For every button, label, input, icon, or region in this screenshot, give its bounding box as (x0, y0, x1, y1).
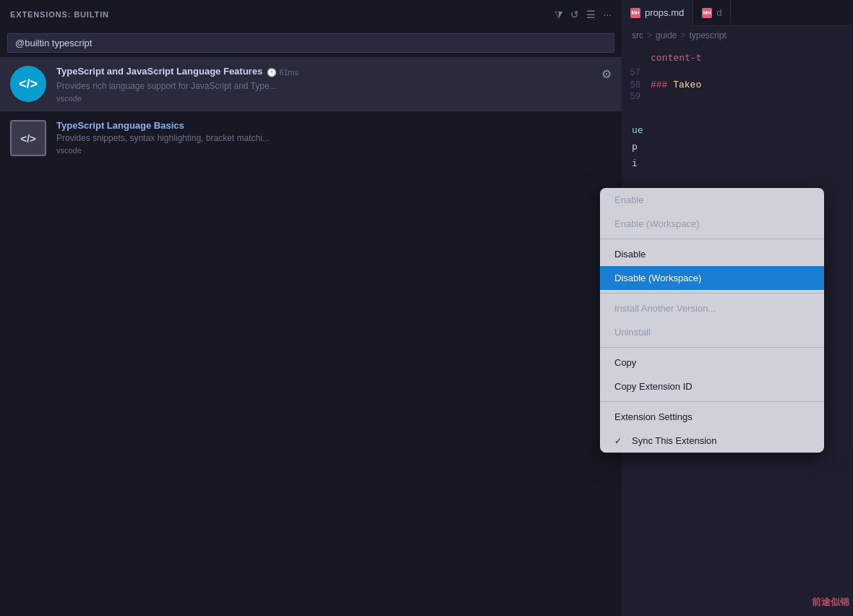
tab-label-d: d (716, 7, 721, 18)
menu-label-copy: Copy (614, 357, 636, 368)
menu-separator-1 (600, 239, 824, 239)
context-menu: Enable Enable (Workspace) Disable Disabl… (600, 188, 824, 453)
tab-label-props: props.md (645, 7, 684, 18)
breadcrumb-sep-1: > (647, 30, 652, 40)
menu-item-uninstall[interactable]: Uninstall (600, 320, 824, 344)
breadcrumb-sep-2: > (680, 30, 685, 40)
menu-item-sync-extension[interactable]: ✓ Sync This Extension (600, 429, 824, 453)
extension-info-primary: TypeScript and JavaScript Language Featu… (56, 66, 612, 103)
extensions-panel: EXTENSIONS: BUILTIN ⧩ ↺ ☰ ··· </> TypeSc… (0, 0, 622, 616)
menu-label-disable: Disable (614, 249, 646, 260)
menu-label-disable-workspace: Disable (Workspace) (614, 273, 701, 283)
watermark: 前途似锦 (812, 596, 849, 609)
breadcrumb-src: src (632, 30, 643, 40)
extension-desc-primary: Provides rich language support for JavaS… (56, 81, 476, 91)
editor-tabs: MH props.md MH d (622, 0, 853, 26)
breadcrumb-typescript: typescript (689, 30, 726, 40)
panel-header: EXTENSIONS: BUILTIN ⧩ ↺ ☰ ··· (0, 0, 622, 29)
code-partial-3: i (632, 158, 853, 168)
menu-label-uninstall: Uninstall (614, 327, 651, 338)
search-input[interactable] (7, 33, 614, 53)
line-num-57: 57 (622, 68, 651, 78)
menu-separator-3 (600, 347, 824, 348)
clear-icon[interactable]: ☰ (586, 9, 596, 20)
extension-meta: TypeScript and JavaScript Language Featu… (56, 66, 612, 79)
refresh-icon[interactable]: ↺ (570, 9, 579, 20)
menu-item-extension-settings[interactable]: Extension Settings (600, 405, 824, 429)
line-num-59: 59 (622, 92, 651, 102)
menu-separator-4 (600, 401, 824, 402)
menu-item-copy-extension-id[interactable]: Copy Extension ID (600, 375, 824, 398)
code-line-57: 57 (622, 67, 853, 79)
code-partial-1: ue (632, 124, 853, 135)
check-icon: ✓ (614, 436, 626, 446)
panel-title: EXTENSIONS: BUILTIN (10, 10, 109, 19)
menu-label-install-version: Install Another Version... (614, 303, 716, 314)
menu-separator-2 (600, 293, 824, 294)
more-icon[interactable]: ··· (603, 9, 612, 20)
clock-icon: 🕐 (267, 68, 277, 77)
breadcrumb: src > guide > typescript (622, 26, 853, 45)
extension-name-primary: TypeScript and JavaScript Language Featu… (56, 66, 262, 77)
extension-list: </> TypeScript and JavaScript Language F… (0, 57, 622, 616)
code-line-59: 59 (622, 91, 853, 103)
menu-item-enable-workspace[interactable]: Enable (Workspace) (600, 212, 824, 236)
tab-icon-md: MH (630, 8, 640, 18)
menu-label-sync-extension: Sync This Extension (632, 435, 717, 446)
extension-item-typescript-features[interactable]: </> TypeScript and JavaScript Language F… (0, 57, 622, 111)
extension-time: 🕐 61ms (267, 68, 299, 77)
tab-d[interactable]: MH d (693, 0, 731, 26)
menu-label-extension-settings: Extension Settings (614, 411, 693, 422)
menu-label-copy-extension-id: Copy Extension ID (614, 381, 693, 392)
code-line-58: 58 ### Takeo (622, 79, 853, 91)
menu-item-disable-workspace[interactable]: Disable (Workspace) (600, 266, 824, 290)
editor-line-content-t: content-t (651, 52, 853, 63)
extension-author-secondary: vscode (56, 146, 612, 155)
line-content-58: ### Takeo (651, 80, 701, 90)
extension-info-secondary: TypeScript Language Basics Provides snip… (56, 120, 612, 155)
header-actions: ⧩ ↺ ☰ ··· (554, 9, 612, 21)
hash-syntax: ### (651, 80, 673, 90)
extension-item-typescript-basics[interactable]: </> TypeScript Language Basics Provides … (0, 111, 622, 165)
menu-item-enable[interactable]: Enable (600, 188, 824, 212)
tab-props-md[interactable]: MH props.md (622, 0, 693, 26)
menu-label-enable: Enable (614, 194, 643, 205)
tab-icon-d: MH (702, 8, 712, 18)
menu-label-enable-workspace: Enable (Workspace) (614, 218, 700, 229)
extension-icon-secondary: </> (10, 120, 46, 156)
extension-desc-secondary: Provides snippets, syntax highlighting, … (56, 133, 476, 143)
line-num-58: 58 (622, 80, 651, 90)
takeo-text: Takeo (673, 80, 701, 90)
menu-item-copy[interactable]: Copy (600, 351, 824, 375)
filter-icon[interactable]: ⧩ (554, 9, 563, 21)
extension-icon-primary: </> (10, 66, 46, 102)
menu-item-disable[interactable]: Disable (600, 242, 824, 266)
breadcrumb-guide: guide (656, 30, 677, 40)
extension-author-primary: vscode (56, 94, 612, 103)
gear-button[interactable]: ⚙ (601, 67, 612, 81)
menu-item-install-version[interactable]: Install Another Version... (600, 296, 824, 320)
code-partial-2: p (632, 141, 853, 152)
search-container (0, 29, 622, 57)
extension-name-secondary: TypeScript Language Basics (56, 120, 612, 131)
